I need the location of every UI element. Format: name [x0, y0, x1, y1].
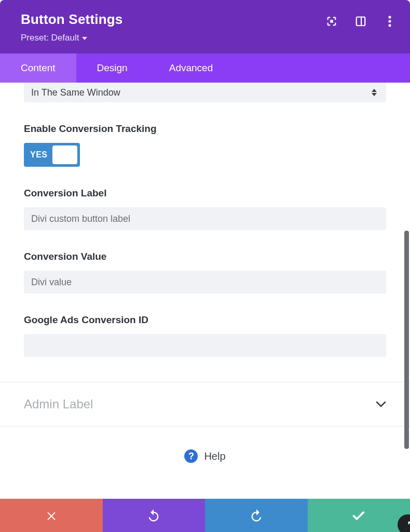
preset-dropdown[interactable]: Preset: Default: [21, 33, 395, 43]
enable-tracking-label: Enable Conversion Tracking: [24, 123, 386, 135]
conversion-label-input[interactable]: [24, 207, 386, 230]
help-row[interactable]: ? Help: [0, 427, 410, 490]
redo-button[interactable]: [205, 499, 308, 532]
svg-point-4: [388, 20, 391, 22]
admin-label-section[interactable]: Admin Label: [0, 382, 410, 427]
conversion-value-input[interactable]: [24, 271, 386, 294]
settings-tabs: Content Design Advanced: [0, 54, 410, 83]
svg-point-5: [388, 24, 391, 26]
help-text: Help: [204, 450, 225, 462]
svg-point-3: [388, 16, 391, 18]
google-ads-input[interactable]: [24, 334, 386, 357]
content-scroll-area: In The Same Window Enable Conversion Tra…: [0, 83, 410, 490]
toggle-yes-label: YES: [30, 150, 48, 159]
google-ads-field: Google Ads Conversion ID: [24, 314, 386, 357]
link-target-value: In The Same Window: [31, 87, 120, 98]
expand-icon[interactable]: [326, 16, 337, 27]
svg-rect-0: [330, 20, 333, 23]
tab-advanced[interactable]: Advanced: [148, 54, 234, 83]
google-ads-label: Google Ads Conversion ID: [24, 314, 386, 326]
conversion-value-field: Conversion Value: [24, 251, 386, 294]
conversion-label-label: Conversion Label: [24, 188, 386, 199]
caret-down-icon: [82, 37, 87, 40]
conversion-label-field: Conversion Label: [24, 188, 386, 230]
cancel-button[interactable]: [0, 499, 103, 532]
columns-icon[interactable]: [355, 16, 366, 27]
link-target-field: In The Same Window: [24, 83, 386, 102]
toggle-knob: [52, 145, 77, 164]
tab-content[interactable]: Content: [0, 54, 76, 83]
tab-design[interactable]: Design: [76, 54, 148, 83]
link-target-select[interactable]: In The Same Window: [24, 83, 386, 102]
admin-label-title: Admin Label: [24, 397, 93, 411]
chevron-down-icon: [376, 401, 386, 407]
scrollbar-thumb[interactable]: [404, 231, 409, 449]
save-button[interactable]: [308, 499, 411, 532]
form-area: In The Same Window Enable Conversion Tra…: [0, 83, 410, 357]
enable-tracking-field: Enable Conversion Tracking YES: [24, 123, 386, 167]
help-icon: ?: [184, 449, 198, 463]
modal-header: Button Settings Preset: Default: [0, 0, 410, 54]
select-arrows-icon: [372, 89, 377, 96]
header-actions: [326, 16, 395, 27]
enable-tracking-toggle[interactable]: YES: [24, 143, 80, 167]
button-settings-modal: Button Settings Preset: Default: [0, 0, 410, 532]
conversion-value-label: Conversion Value: [24, 251, 386, 262]
modal-footer: [0, 499, 410, 532]
more-vertical-icon[interactable]: [384, 16, 395, 27]
svg-rect-2: [361, 17, 362, 26]
preset-label: Preset: Default: [21, 33, 79, 43]
undo-button[interactable]: [103, 499, 206, 532]
